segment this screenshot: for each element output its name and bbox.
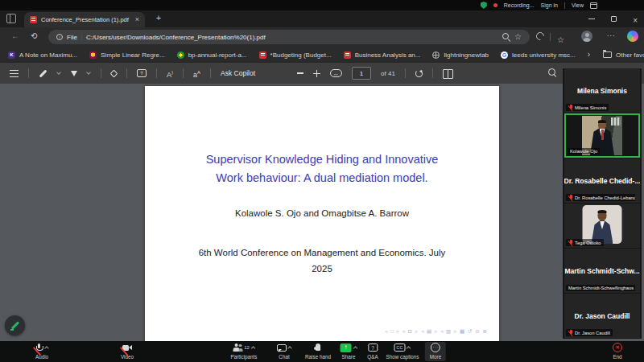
more-button[interactable]: More [425,342,446,361]
bookmark-label: bp-annual-report-a... [188,51,247,59]
end-meeting-button[interactable]: End [613,343,622,360]
video-tile-kolawole-ojo[interactable]: Kolawole Ojo [564,113,640,158]
table-of-contents-icon[interactable] [10,70,19,77]
browser-essentials-icon[interactable] [535,31,546,42]
video-tile-rosabelle-chedid[interactable]: Dr. Rosabelle Chedid-... Dr. Rosabelle C… [564,158,640,203]
translate-icon[interactable] [193,66,200,80]
highlighter-icon[interactable] [71,71,77,76]
beamer-navigation-symbols[interactable]: ◃ □ ▹ ◃ ⊡ ▹ ◃ ▤ ▹ ◃ ▥ ▹ ▦ ↺ ⊙ ⊛ [385,328,488,335]
toolbar-divider [210,68,211,78]
add-favorite-star-icon[interactable] [514,33,522,41]
page-view-icon[interactable] [443,69,453,77]
chevron-up-icon[interactable] [44,346,48,350]
qa-button[interactable]: Q&A [367,343,378,360]
page-info-icon[interactable] [56,34,63,40]
bookmark-label: *Budgeting (Budget... [270,51,332,59]
slide-title-line1: Supervisor Knowledge Hiding and Innovati… [145,150,499,169]
copilot-icon[interactable] [627,31,638,42]
read-aloud-icon[interactable] [167,66,173,80]
add-text-icon[interactable] [137,69,147,77]
fit-to-width-icon[interactable] [330,69,342,77]
toolbar-divider [405,68,406,78]
video-button[interactable]: Video [121,343,134,360]
chevron-down-icon[interactable] [87,72,91,76]
mic-muted-icon [568,105,573,110]
bookmark-item[interactable]: Simple Linear Regre... [89,51,165,59]
other-favorites-label: Other favorites [616,51,644,59]
zoom-out-icon[interactable] [297,72,303,73]
other-favorites-button[interactable]: Other favorites [603,51,644,59]
raise-hand-button[interactable]: Raise hand [305,343,331,360]
participants-video-strip: Milena Simonis Milena Simonis Kolawole O… [563,68,642,339]
video-tile-martin-schmidt[interactable]: Martin Schmidt-Schw... Martin Schmidt-Sc… [564,249,640,293]
bookmark-item[interactable]: lightningnewtab [432,51,489,59]
chevron-down-icon[interactable] [57,72,61,76]
slide-page: Supervisor Knowledge Hiding and Innovati… [145,86,499,341]
back-icon[interactable] [11,31,19,40]
zoom-page-icon[interactable] [502,33,510,41]
rotate-icon[interactable] [415,70,423,77]
profile-avatar[interactable] [581,31,592,42]
reload-icon[interactable] [31,31,37,40]
meeting-security-shield-icon[interactable] [481,2,487,9]
bookmark-item[interactable]: Business Analysis an... [344,51,421,59]
end-label: End [613,354,621,360]
address-divider [81,34,82,40]
zoom-in-icon[interactable] [313,70,320,77]
settings-menu-icon[interactable] [607,30,616,38]
bookmark-label: leeds university msc... [512,51,576,59]
annotate-fab-button[interactable] [5,315,25,335]
chevron-up-icon[interactable] [287,346,291,350]
chevron-up-icon[interactable] [353,346,357,350]
video-tile-milena-simonis[interactable]: Milena Simonis Milena Simonis [564,68,640,113]
window-minimize-button[interactable] [588,19,595,19]
participant-label-text: Kolawole Ojo [570,149,597,154]
more-icon [431,343,440,352]
window-maximize-button[interactable] [611,16,617,22]
search-document-icon[interactable] [548,68,557,77]
bookmark-label: A Note on Maximu... [19,51,77,59]
pdf-toolbar: Ask Copilot 1 of 41 [0,63,644,84]
bookmark-item[interactable]: *Budgeting (Budget... [259,51,332,59]
address-bar[interactable]: File C:/Users/user/Downloads/Conference_… [48,30,530,44]
ask-copilot-button[interactable]: Ask Copilot [221,69,255,77]
video-tile-tega-odioko[interactable]: Tega Odioko [564,204,640,248]
new-tab-button[interactable] [153,13,164,24]
end-call-icon [613,343,622,352]
audio-button[interactable]: Audio [35,343,48,360]
video-tile-jason-caudill[interactable]: Dr. Jason Caudill Dr. Jason Caudill [564,294,640,338]
participants-button[interactable]: 12 Participants [231,343,258,360]
browser-tab[interactable]: Conference_Presentation (1).pdf [24,12,145,27]
bookmark-item[interactable]: G leeds university msc... [501,51,576,59]
pdf-viewer[interactable]: Supervisor Knowledge Hiding and Innovati… [0,84,644,341]
sign-in-link[interactable]: Sign in [541,2,558,8]
globe-icon [432,51,440,59]
participant-name-label: Milena Simonis [566,104,609,111]
participants-label: Participants [231,354,258,360]
draw-pen-icon[interactable] [39,69,47,78]
chevron-up-icon[interactable] [251,346,255,350]
slide-title: Supervisor Knowledge Hiding and Innovati… [145,150,499,187]
page-number-input[interactable]: 1 [352,67,371,80]
chat-button[interactable]: Chat [277,343,291,360]
view-layout-icon[interactable] [590,2,597,9]
url-text[interactable]: C:/Users/user/Downloads/Conference_Prese… [86,34,498,41]
mic-muted-icon [568,240,573,245]
zoom-top-bar: Recording... Sign in View [0,0,644,10]
toolbar-divider [183,68,184,78]
favorites-icon[interactable] [557,31,564,46]
eraser-icon[interactable] [110,69,118,77]
bookmark-item[interactable]: K A Note on Maximu... [8,51,77,59]
window-close-button[interactable] [633,12,638,27]
slide-conference: 6th World Conference on Management and E… [145,245,499,277]
slide-conference-line1: 6th World Conference on Management and E… [145,245,499,261]
view-button[interactable]: View [572,2,584,8]
bookmarks-overflow-icon[interactable] [588,51,590,59]
share-button[interactable]: Share [341,343,357,360]
chevron-up-icon[interactable] [407,346,411,350]
show-captions-button[interactable]: Show captions [386,343,419,360]
bookmark-item[interactable]: bp-annual-report-a... [177,51,247,59]
university-crest-icon [89,51,97,59]
tab-actions-icon[interactable] [6,14,16,23]
tab-close-icon[interactable] [135,16,139,23]
